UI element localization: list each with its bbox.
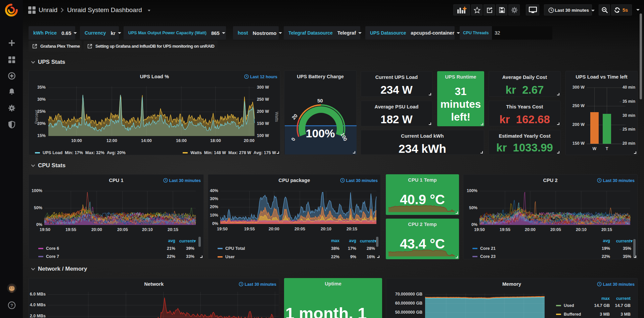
svg-text:?: ? xyxy=(10,303,13,308)
